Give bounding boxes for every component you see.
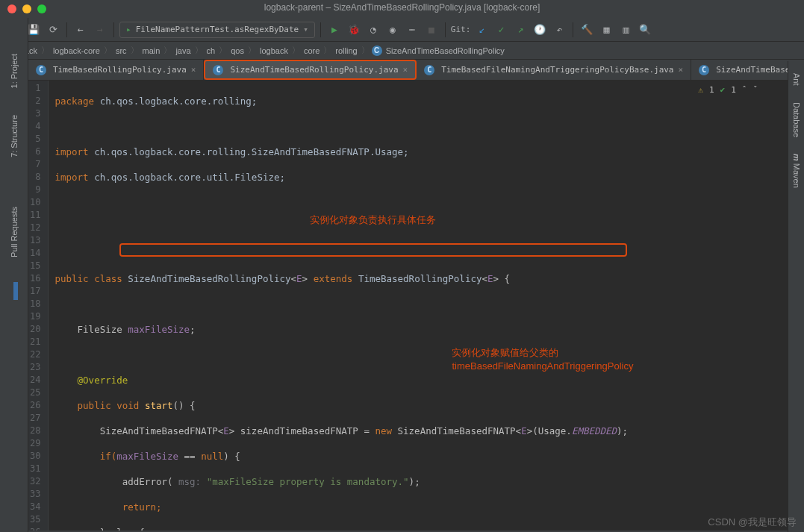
line-gutter: 1234567891011121314151617181920212223242…: [28, 81, 49, 531]
window-title: logback-parent – SizeAndTimeBasedRolling…: [0, 2, 804, 13]
crumb[interactable]: core: [302, 46, 321, 55]
code-area[interactable]: package package ch.qos.logback.core.roll…: [49, 81, 788, 531]
chevron-down-icon[interactable]: ˇ: [752, 85, 758, 95]
close-icon[interactable]: ×: [403, 65, 408, 75]
breadcrumb: logback〉 logback-core〉 src〉 main〉 java〉 …: [0, 42, 804, 60]
annotation-2b: timeBasedFileNamingAndTriggeringPolicy: [452, 360, 633, 372]
tool-maven[interactable]: m Maven: [791, 149, 803, 193]
search-icon[interactable]: 🔍: [637, 22, 653, 38]
crumb[interactable]: ch: [205, 46, 217, 55]
stop-icon[interactable]: ■: [423, 22, 440, 38]
editor-tabs: CTimeBasedRollingPolicy.java× CSizeAndTi…: [0, 60, 804, 81]
editor-tab[interactable]: CTimeBasedFileNamingAndTriggeringPolicyB…: [417, 60, 691, 80]
run-config-selector[interactable]: ▸ FileNamePatternTest.asRegexByDate ▾: [119, 22, 315, 38]
watermark: CSDN @我是旺领导: [708, 516, 797, 529]
code-editor[interactable]: ⚠1 ✔1 ˆ ˇ 123456789101112131415161718192…: [28, 81, 788, 531]
warning-icon: ⚠: [698, 85, 703, 95]
run-icon[interactable]: ▶: [326, 22, 343, 38]
ok-icon: ✔: [720, 85, 726, 95]
attach-icon[interactable]: ⋯: [404, 22, 420, 38]
git-update-icon[interactable]: ↙: [473, 22, 490, 38]
git-history-icon[interactable]: 🕐: [532, 22, 548, 38]
crumb[interactable]: rolling: [334, 46, 358, 55]
editor-tab[interactable]: CTimeBasedRollingPolicy.java×: [28, 60, 204, 80]
crumb[interactable]: qos: [229, 46, 246, 55]
crumb[interactable]: SizeAndTimeBasedRollingPolicy: [384, 46, 506, 55]
profile-icon[interactable]: ◉: [384, 22, 401, 38]
tool-database[interactable]: Database: [791, 98, 803, 142]
run-config-label: FileNamePatternTest.asRegexByDate: [136, 25, 299, 34]
sync-icon[interactable]: ⟳: [45, 22, 61, 38]
tool-pull-requests[interactable]: Pull Requests: [7, 201, 21, 263]
editor-tab-active[interactable]: CSizeAndTimeBasedRollingPolicy.java×: [204, 60, 417, 80]
debug-icon[interactable]: 🐞: [346, 22, 362, 38]
inspection-status[interactable]: ⚠1 ✔1 ˆ ˇ: [698, 85, 758, 95]
annotation-1: 实例化对象负责执行具体任务: [310, 213, 436, 226]
crumb[interactable]: java: [174, 46, 192, 55]
structure-icon[interactable]: ▦: [598, 22, 614, 38]
crumb[interactable]: logback-core: [52, 46, 102, 55]
git-commit-icon[interactable]: ✓: [493, 22, 509, 38]
tool-structure[interactable]: 7: Structure: [7, 109, 21, 163]
back-icon[interactable]: ←: [72, 22, 89, 38]
close-icon[interactable]: ×: [679, 65, 684, 75]
crumb[interactable]: logback: [258, 46, 290, 55]
highlight-box-1: [119, 243, 627, 257]
left-tool-strip: 1: Project 7: Structure Pull Requests: [0, 18, 28, 532]
class-icon: C: [372, 46, 382, 56]
right-tool-strip: Ant Database m Maven: [788, 61, 804, 532]
build-icon[interactable]: 🔨: [579, 22, 595, 38]
main-toolbar: 📂 💾 ⟳ ← → ▸ FileNamePatternTest.asRegexB…: [0, 18, 804, 42]
git-rollback-icon[interactable]: ↶: [551, 22, 567, 38]
crumb[interactable]: main: [141, 46, 162, 55]
crumb[interactable]: src: [114, 46, 128, 55]
chevron-up-icon[interactable]: ˆ: [742, 85, 747, 95]
tool-ant[interactable]: Ant: [791, 69, 803, 90]
active-tool-indicator: [13, 282, 18, 300]
settings-icon[interactable]: ▥: [617, 22, 634, 38]
coverage-icon[interactable]: ◔: [365, 22, 381, 38]
annotation-2a: 实例化对象赋值给父类的: [452, 346, 558, 359]
forward-icon[interactable]: →: [92, 22, 108, 38]
close-icon[interactable]: ×: [191, 65, 196, 75]
git-push-icon[interactable]: ↗: [512, 22, 529, 38]
tool-project[interactable]: 1: Project: [7, 48, 21, 94]
git-label: Git:: [451, 25, 471, 34]
